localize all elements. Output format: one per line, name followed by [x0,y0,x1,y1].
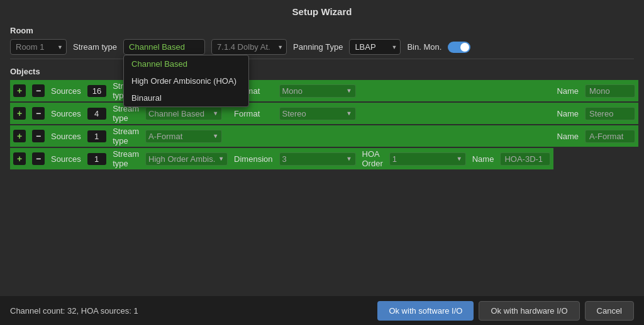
dialog-title: Setup Wizard [0,0,644,22]
hoa-order-obj-select-wrapper[interactable]: 1 ▼ [389,152,466,166]
panning-select[interactable]: LBAP VBAP Binaural [349,39,401,55]
name-label: Name [472,154,494,164]
name-label-cell: Name [553,125,582,147]
name-value: A-Format [585,130,635,143]
name-value: Mono [585,84,635,98]
stream-type-dropdown[interactable]: Channel Based Channel Based High Order A… [123,39,205,55]
table-row: + − Sources 4 Stream type Channel Based … [10,102,638,125]
add-row-button[interactable]: + [13,130,26,142]
name-label-cell: Name [553,102,582,125]
software-io-button[interactable]: Ok with software I/O [377,301,474,321]
source-count: 4 [87,108,106,120]
format-obj-select-wrapper[interactable]: Stereo ▼ [279,107,356,120]
table-row: + − Sources 16 Stream type Channel Based… [10,80,638,102]
room-section-label: Room [10,26,634,35]
stream-type-obj-select[interactable]: A-Format [146,130,221,142]
cancel-button[interactable]: Cancel [585,301,634,321]
stream-type-obj-select[interactable]: Channel Based [146,108,221,120]
name-label-cell: Name [553,80,582,102]
minus-cell: − [29,125,48,147]
remove-row-button[interactable]: − [32,84,45,97]
format-select[interactable]: 7.1.4 Dolby At. Stereo 5.1 7.1 [211,39,287,55]
dimension-obj-select-wrapper[interactable]: 3 ▼ [279,152,356,166]
plus-cell: + [10,125,29,147]
count-cell: 16 [84,80,109,102]
objects-table: + − Sources 16 Stream type Channel Based… [10,80,638,171]
format-obj-select-wrapper[interactable]: Mono ▼ [279,84,356,98]
spacer-cell [359,80,554,102]
stream-type-obj-select-wrapper[interactable]: Channel Based ▼ [145,107,222,120]
stream-type-cell: Stream type [109,125,142,147]
format-select-cell[interactable]: Stereo ▼ [276,102,359,125]
format-label: Format [234,109,260,118]
table-row: + − Sources 1 Stream type High Order Amb… [10,147,638,170]
stream-type-option-hoa[interactable]: High Order Ambisonic (HOA) [124,72,248,89]
count-cell: 1 [84,125,109,147]
divider [10,59,634,59]
stream-type-obj-select-wrapper[interactable]: High Order Ambis. ▼ [145,152,228,166]
minus-cell: − [29,102,48,125]
sources-cell: Sources [48,80,84,102]
bin-mon-toggle[interactable] [448,42,470,53]
format-select-wrapper[interactable]: 7.1.4 Dolby At. Stereo 5.1 7.1 [211,39,287,55]
plus-cell: + [10,147,29,170]
sources-label: Sources [51,132,81,141]
add-row-button[interactable]: + [13,84,26,97]
stream-type-option-channel-based[interactable]: Channel Based [124,55,248,72]
count-cell: 4 [84,102,109,125]
format-select-cell[interactable]: Mono ▼ [276,80,359,102]
source-count: 16 [87,85,106,97]
hoa-order-obj-select[interactable]: 1 [390,153,465,165]
stream-type-select-cell[interactable]: A-Format ▼ [142,125,231,147]
stream-type-obj-select-wrapper[interactable]: A-Format ▼ [145,130,222,143]
name-label: Name [557,109,579,118]
sources-cell: Sources [48,102,84,125]
add-row-button[interactable]: + [13,107,26,120]
plus-cell: + [10,102,29,125]
hoa-order-select-cell[interactable]: 1 ▼ [386,147,469,170]
hoa-order-label: HOA Order [362,149,383,168]
bin-mon-label: Bin. Mon. [407,42,441,52]
stream-type-select-cell[interactable]: High Order Ambis. ▼ [142,147,231,170]
stream-type-col-label: Stream type [113,149,139,168]
sources-cell: Sources [48,125,84,147]
stream-type-menu: Channel Based High Order Ambisonic (HOA)… [123,55,249,107]
name-value-cell: Stereo [582,102,638,125]
hardware-io-button[interactable]: Ok with hardware I/O [479,301,579,321]
objects-section-label: Objects [10,67,634,76]
source-count: 1 [87,130,106,142]
sources-label: Sources [51,86,81,96]
spacer-cell [359,102,554,125]
footer-status: Channel count: 32, HOA sources: 1 [10,306,138,316]
minus-cell: − [29,80,48,102]
count-cell: 1 [84,147,109,170]
panning-select-wrapper[interactable]: LBAP VBAP Binaural [349,39,401,55]
dimension-select-cell[interactable]: 3 ▼ [276,147,359,170]
stream-type-obj-select[interactable]: High Order Ambis. [146,153,227,165]
table-row: + − Sources 1 Stream type A-Format ▼ Nam… [10,125,638,147]
stream-type-selected: Channel Based [129,42,185,52]
format-obj-select[interactable]: Mono [280,85,355,97]
remove-row-button[interactable]: − [32,107,45,120]
footer-buttons: Ok with software I/O Ok with hardware I/… [377,301,634,321]
stream-type-cell: Stream type [109,147,142,170]
dimension-label: Dimension [234,154,272,164]
sources-label: Sources [51,154,81,164]
add-row-button[interactable]: + [13,152,26,165]
name-label: Name [557,132,579,141]
room-select[interactable]: Room 1 Room 2 Room 3 [10,39,67,55]
minus-cell: − [29,147,48,170]
stream-type-option-binaural[interactable]: Binaural [124,89,248,106]
stream-type-col-label: Stream type [113,127,139,145]
format-obj-select[interactable]: Stereo [280,108,355,120]
room-select-wrapper[interactable]: Room 1 Room 2 Room 3 [10,39,67,55]
name-value: HOA-3D-1 [500,152,550,166]
stream-type-trigger[interactable]: Channel Based [123,39,205,55]
name-value-cell: Mono [582,80,638,102]
remove-row-button[interactable]: − [32,130,45,142]
footer: Channel count: 32, HOA sources: 1 Ok wit… [0,296,644,325]
dimension-obj-select[interactable]: 3 [280,153,355,165]
name-label-cell: Name [469,147,497,170]
remove-row-button[interactable]: − [32,152,45,165]
plus-cell: + [10,80,29,102]
